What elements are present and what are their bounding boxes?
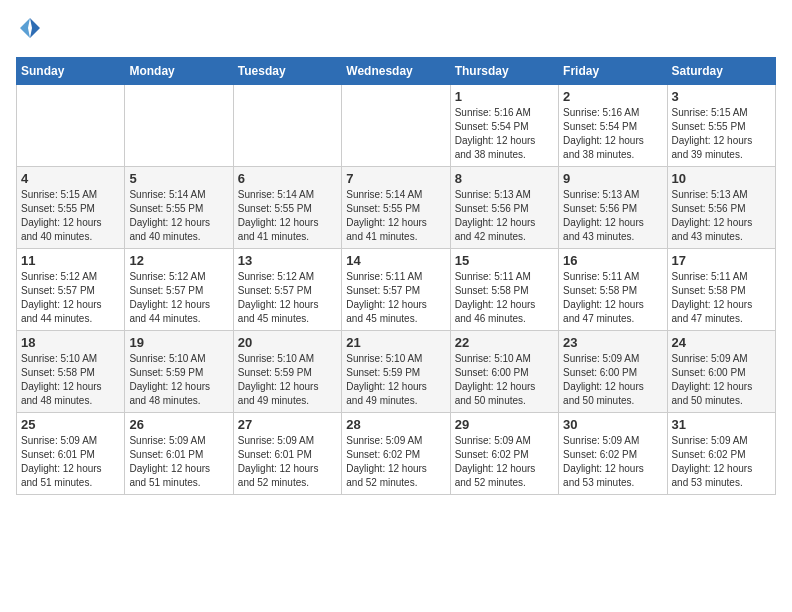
calendar-cell: 12Sunrise: 5:12 AMSunset: 5:57 PMDayligh… [125,249,233,331]
calendar-cell: 28Sunrise: 5:09 AMSunset: 6:02 PMDayligh… [342,413,450,495]
logo-icon [18,16,42,40]
day-info: Sunrise: 5:09 AMSunset: 6:02 PMDaylight:… [455,434,554,490]
day-info: Sunrise: 5:10 AMSunset: 5:58 PMDaylight:… [21,352,120,408]
logo [16,16,42,45]
calendar-cell: 16Sunrise: 5:11 AMSunset: 5:58 PMDayligh… [559,249,667,331]
day-number: 26 [129,417,228,432]
day-info: Sunrise: 5:09 AMSunset: 6:02 PMDaylight:… [346,434,445,490]
week-row-4: 18Sunrise: 5:10 AMSunset: 5:58 PMDayligh… [17,331,776,413]
day-number: 14 [346,253,445,268]
day-number: 17 [672,253,771,268]
day-header-sunday: Sunday [17,58,125,85]
day-number: 24 [672,335,771,350]
day-number: 25 [21,417,120,432]
day-number: 11 [21,253,120,268]
day-number: 21 [346,335,445,350]
day-info: Sunrise: 5:09 AMSunset: 6:01 PMDaylight:… [21,434,120,490]
calendar-cell: 11Sunrise: 5:12 AMSunset: 5:57 PMDayligh… [17,249,125,331]
day-info: Sunrise: 5:10 AMSunset: 5:59 PMDaylight:… [129,352,228,408]
day-info: Sunrise: 5:16 AMSunset: 5:54 PMDaylight:… [563,106,662,162]
day-number: 28 [346,417,445,432]
day-number: 30 [563,417,662,432]
calendar-cell: 23Sunrise: 5:09 AMSunset: 6:00 PMDayligh… [559,331,667,413]
day-number: 7 [346,171,445,186]
week-row-5: 25Sunrise: 5:09 AMSunset: 6:01 PMDayligh… [17,413,776,495]
calendar-cell: 30Sunrise: 5:09 AMSunset: 6:02 PMDayligh… [559,413,667,495]
day-number: 20 [238,335,337,350]
calendar-cell: 13Sunrise: 5:12 AMSunset: 5:57 PMDayligh… [233,249,341,331]
day-info: Sunrise: 5:14 AMSunset: 5:55 PMDaylight:… [238,188,337,244]
calendar-cell [342,85,450,167]
calendar-table: SundayMondayTuesdayWednesdayThursdayFrid… [16,57,776,495]
day-info: Sunrise: 5:10 AMSunset: 5:59 PMDaylight:… [346,352,445,408]
day-header-wednesday: Wednesday [342,58,450,85]
calendar-cell: 15Sunrise: 5:11 AMSunset: 5:58 PMDayligh… [450,249,558,331]
week-row-1: 1Sunrise: 5:16 AMSunset: 5:54 PMDaylight… [17,85,776,167]
day-info: Sunrise: 5:14 AMSunset: 5:55 PMDaylight:… [346,188,445,244]
calendar-cell: 4Sunrise: 5:15 AMSunset: 5:55 PMDaylight… [17,167,125,249]
day-number: 16 [563,253,662,268]
day-number: 10 [672,171,771,186]
calendar-cell: 29Sunrise: 5:09 AMSunset: 6:02 PMDayligh… [450,413,558,495]
day-info: Sunrise: 5:13 AMSunset: 5:56 PMDaylight:… [672,188,771,244]
day-header-thursday: Thursday [450,58,558,85]
day-header-saturday: Saturday [667,58,775,85]
day-number: 12 [129,253,228,268]
day-info: Sunrise: 5:09 AMSunset: 6:01 PMDaylight:… [238,434,337,490]
day-number: 8 [455,171,554,186]
day-number: 27 [238,417,337,432]
day-number: 5 [129,171,228,186]
calendar-cell: 26Sunrise: 5:09 AMSunset: 6:01 PMDayligh… [125,413,233,495]
calendar-cell: 10Sunrise: 5:13 AMSunset: 5:56 PMDayligh… [667,167,775,249]
calendar-cell: 18Sunrise: 5:10 AMSunset: 5:58 PMDayligh… [17,331,125,413]
day-number: 18 [21,335,120,350]
day-info: Sunrise: 5:09 AMSunset: 6:02 PMDaylight:… [563,434,662,490]
calendar-cell: 3Sunrise: 5:15 AMSunset: 5:55 PMDaylight… [667,85,775,167]
week-row-3: 11Sunrise: 5:12 AMSunset: 5:57 PMDayligh… [17,249,776,331]
day-number: 31 [672,417,771,432]
calendar-cell [17,85,125,167]
calendar-cell: 27Sunrise: 5:09 AMSunset: 6:01 PMDayligh… [233,413,341,495]
calendar-body: 1Sunrise: 5:16 AMSunset: 5:54 PMDaylight… [17,85,776,495]
calendar-cell: 25Sunrise: 5:09 AMSunset: 6:01 PMDayligh… [17,413,125,495]
day-info: Sunrise: 5:14 AMSunset: 5:55 PMDaylight:… [129,188,228,244]
calendar-cell: 19Sunrise: 5:10 AMSunset: 5:59 PMDayligh… [125,331,233,413]
calendar-cell: 8Sunrise: 5:13 AMSunset: 5:56 PMDaylight… [450,167,558,249]
calendar-cell [233,85,341,167]
day-header-friday: Friday [559,58,667,85]
day-info: Sunrise: 5:10 AMSunset: 5:59 PMDaylight:… [238,352,337,408]
calendar-cell: 31Sunrise: 5:09 AMSunset: 6:02 PMDayligh… [667,413,775,495]
day-number: 6 [238,171,337,186]
day-header-tuesday: Tuesday [233,58,341,85]
calendar-cell: 6Sunrise: 5:14 AMSunset: 5:55 PMDaylight… [233,167,341,249]
calendar-cell [125,85,233,167]
day-info: Sunrise: 5:12 AMSunset: 5:57 PMDaylight:… [21,270,120,326]
day-info: Sunrise: 5:09 AMSunset: 6:01 PMDaylight:… [129,434,228,490]
day-info: Sunrise: 5:15 AMSunset: 5:55 PMDaylight:… [672,106,771,162]
day-number: 9 [563,171,662,186]
day-number: 3 [672,89,771,104]
day-info: Sunrise: 5:11 AMSunset: 5:57 PMDaylight:… [346,270,445,326]
day-number: 19 [129,335,228,350]
day-info: Sunrise: 5:11 AMSunset: 5:58 PMDaylight:… [455,270,554,326]
day-number: 23 [563,335,662,350]
svg-marker-1 [20,18,30,38]
calendar-cell: 1Sunrise: 5:16 AMSunset: 5:54 PMDaylight… [450,85,558,167]
day-number: 1 [455,89,554,104]
calendar-cell: 7Sunrise: 5:14 AMSunset: 5:55 PMDaylight… [342,167,450,249]
calendar-cell: 14Sunrise: 5:11 AMSunset: 5:57 PMDayligh… [342,249,450,331]
day-info: Sunrise: 5:09 AMSunset: 6:00 PMDaylight:… [563,352,662,408]
day-info: Sunrise: 5:10 AMSunset: 6:00 PMDaylight:… [455,352,554,408]
day-info: Sunrise: 5:11 AMSunset: 5:58 PMDaylight:… [563,270,662,326]
day-header-monday: Monday [125,58,233,85]
week-row-2: 4Sunrise: 5:15 AMSunset: 5:55 PMDaylight… [17,167,776,249]
day-number: 29 [455,417,554,432]
calendar-header-row: SundayMondayTuesdayWednesdayThursdayFrid… [17,58,776,85]
day-number: 13 [238,253,337,268]
calendar-cell: 21Sunrise: 5:10 AMSunset: 5:59 PMDayligh… [342,331,450,413]
calendar-cell: 9Sunrise: 5:13 AMSunset: 5:56 PMDaylight… [559,167,667,249]
calendar-cell: 5Sunrise: 5:14 AMSunset: 5:55 PMDaylight… [125,167,233,249]
svg-marker-0 [30,18,40,38]
day-info: Sunrise: 5:09 AMSunset: 6:00 PMDaylight:… [672,352,771,408]
day-number: 22 [455,335,554,350]
